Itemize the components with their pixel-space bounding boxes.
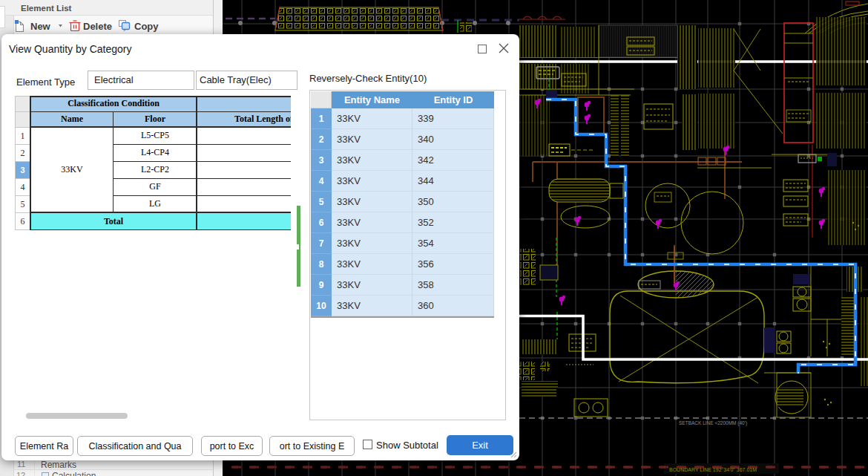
svg-text:BOUNDARY LINE 192°34'0" 367: BOUNDARY LINE 192°34'0" 367.01M [669,467,757,472]
svg-text:SETBACK LINE <2200MM (40'): SETBACK LINE <2200MM (40') [679,420,747,426]
